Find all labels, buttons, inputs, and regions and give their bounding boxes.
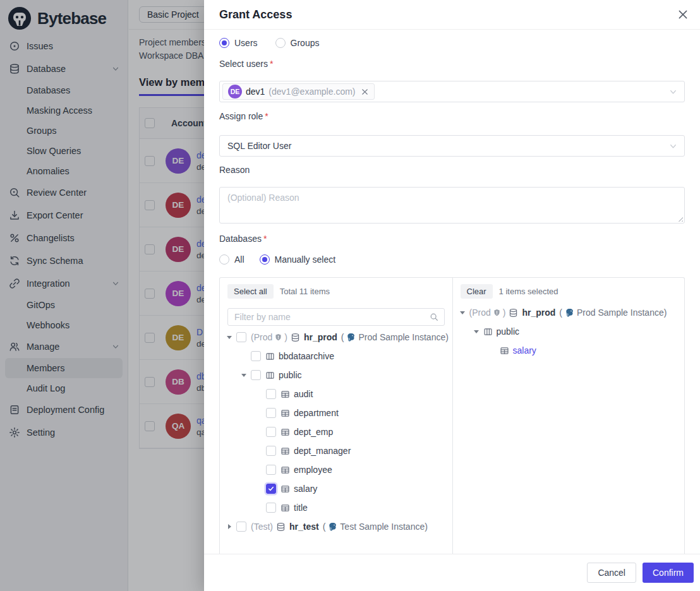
- picker-selected-panel: Clear 1 items selected (Prod)hr_prod(Pro…: [452, 278, 685, 554]
- database-icon: [509, 308, 518, 318]
- caret-down-icon[interactable]: [239, 371, 248, 379]
- table-icon: [281, 390, 290, 399]
- instance-label: (Test Sample Instance): [323, 522, 428, 532]
- tree-node-dept_emp[interactable]: dept_emp: [220, 422, 452, 441]
- users-radio-control[interactable]: [219, 38, 229, 48]
- postgresql-icon: [346, 333, 356, 342]
- tree-node-audit[interactable]: audit: [220, 385, 452, 403]
- grant-access-modal: Grant Access Users Groups Select users* …: [204, 0, 700, 591]
- required-asterisk: *: [263, 234, 267, 244]
- all-radio[interactable]: All: [219, 254, 244, 265]
- tree-node-label[interactable]: hr_prod: [522, 307, 555, 318]
- clear-button[interactable]: Clear: [461, 284, 493, 299]
- tree-checkbox[interactable]: [251, 370, 261, 380]
- shield-icon: [493, 309, 501, 317]
- manually-select-radio[interactable]: Manually select: [260, 254, 336, 265]
- tree-node-dept_manager[interactable]: dept_manager: [220, 441, 452, 460]
- tree-node-label[interactable]: department: [294, 408, 339, 418]
- caret-down-icon: [488, 346, 497, 355]
- groups-radio-control[interactable]: [275, 38, 286, 48]
- tree-node-label[interactable]: audit: [294, 389, 313, 399]
- instance-label: (Prod Sample Instance): [559, 307, 667, 318]
- caret-down-icon[interactable]: [458, 308, 467, 317]
- tree-node-hr_prod[interactable]: (Prod)hr_prod(Prod Sample Instance): [220, 328, 452, 347]
- confirm-button[interactable]: Confirm: [643, 563, 694, 583]
- tree-checkbox[interactable]: [236, 522, 246, 532]
- role-select[interactable]: SQL Editor User: [219, 135, 685, 157]
- select-all-button[interactable]: Select all: [227, 284, 274, 299]
- tree-checkbox[interactable]: [266, 408, 276, 418]
- tree-node-salary[interactable]: salary: [220, 479, 452, 498]
- tree-checkbox[interactable]: [251, 351, 261, 361]
- close-icon[interactable]: [677, 9, 689, 20]
- tree-node-label[interactable]: dept_emp: [294, 427, 333, 437]
- schema-icon: [265, 352, 275, 361]
- environment-label: (Test): [251, 522, 273, 532]
- tree-node-label[interactable]: bbdataarchive: [279, 351, 334, 361]
- table-icon: [281, 465, 290, 475]
- picker-source-header: Select all Total 11 items: [227, 284, 445, 299]
- tree-node-label[interactable]: title: [294, 503, 308, 513]
- table-icon: [281, 409, 290, 418]
- instance-label: (Prod Sample Instance): [341, 332, 449, 342]
- tree-node-bbdataarchive[interactable]: bbdataarchive: [220, 347, 452, 366]
- modal-title: Grant Access: [219, 8, 292, 21]
- tree-checkbox[interactable]: [266, 503, 276, 513]
- schema-icon: [265, 371, 275, 380]
- tree-node-department[interactable]: department: [220, 403, 452, 422]
- tree-node-public[interactable]: public: [220, 366, 452, 385]
- tree-checkbox[interactable]: [266, 446, 276, 456]
- caret-down-icon[interactable]: [225, 333, 234, 342]
- caret-right-icon[interactable]: [225, 522, 234, 531]
- tree-node-hr_test[interactable]: (Test)hr_test(Test Sample Instance): [220, 517, 452, 536]
- caret-down-icon: [255, 446, 263, 455]
- users-radio[interactable]: Users: [219, 38, 258, 48]
- avatar: DE: [228, 85, 242, 98]
- tree-node-label[interactable]: public: [279, 370, 302, 380]
- caret-down-icon: [255, 390, 263, 398]
- tree-checkbox[interactable]: [266, 465, 276, 475]
- chevron-down-icon: [668, 87, 678, 97]
- manually-select-radio-control[interactable]: [260, 254, 270, 265]
- filter-field: [227, 308, 445, 326]
- reason-field-wrap: [219, 187, 685, 224]
- role-select-value: SQL Editor User: [227, 141, 291, 151]
- assign-role-label: Assign role*: [219, 111, 685, 121]
- tree-node-label[interactable]: hr_test: [289, 522, 319, 532]
- postgresql-icon: [565, 308, 574, 318]
- database-icon: [276, 522, 286, 532]
- tree-node-label[interactable]: public: [497, 326, 520, 337]
- environment-label: (Prod): [251, 332, 287, 342]
- search-icon: [430, 313, 438, 321]
- table-icon: [281, 484, 290, 494]
- reason-textarea[interactable]: [220, 188, 684, 223]
- tree-checkbox[interactable]: [266, 427, 276, 437]
- modal-body: Users Groups Select users* DE dev1 (dev1…: [204, 30, 700, 554]
- users-select[interactable]: DE dev1 (dev1@example.com): [219, 81, 685, 102]
- tree-checkbox[interactable]: [266, 389, 276, 399]
- tree-checkbox[interactable]: [236, 332, 246, 342]
- tree-node-public[interactable]: public: [453, 322, 685, 341]
- table-icon: [500, 346, 509, 355]
- users-radio-label: Users: [234, 38, 258, 48]
- tree-node-hr_prod[interactable]: (Prod)hr_prod(Prod Sample Instance): [453, 303, 685, 322]
- groups-radio[interactable]: Groups: [275, 38, 320, 48]
- tree-node-label[interactable]: dept_manager: [294, 446, 351, 456]
- caret-down-icon: [255, 465, 263, 474]
- filter-input[interactable]: [228, 312, 430, 322]
- tree-checkbox[interactable]: [266, 484, 276, 494]
- caret-down-icon[interactable]: [472, 327, 481, 336]
- tree-node-employee[interactable]: employee: [220, 460, 452, 479]
- tree-node-label[interactable]: employee: [294, 465, 332, 475]
- tree-node-label[interactable]: salary: [294, 484, 317, 494]
- selected-tree: (Prod)hr_prod(Prod Sample Instance)publi…: [453, 303, 685, 554]
- all-radio-control[interactable]: [219, 254, 229, 265]
- tree-node-salary[interactable]: salary: [453, 341, 685, 360]
- tree-node-title[interactable]: title: [220, 498, 452, 517]
- tree-node-label[interactable]: hr_prod: [304, 332, 337, 342]
- picker-selected-header: Clear 1 items selected: [461, 284, 677, 299]
- remove-user-icon[interactable]: [361, 88, 369, 96]
- cancel-button[interactable]: Cancel: [587, 563, 636, 583]
- required-asterisk: *: [265, 111, 268, 121]
- tree-node-label[interactable]: salary: [513, 345, 536, 355]
